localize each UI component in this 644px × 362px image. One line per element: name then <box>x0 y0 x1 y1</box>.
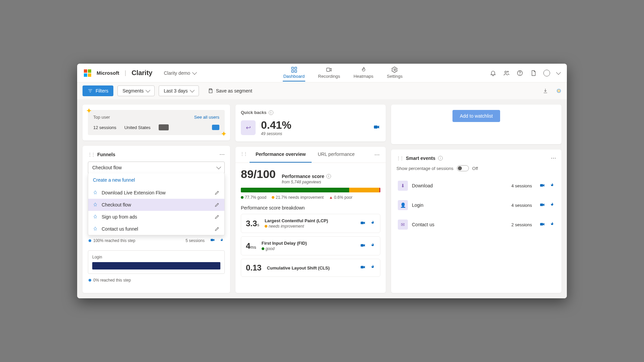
funnel-option[interactable]: Sign up from ads <box>88 211 224 223</box>
watchlist-card: Add to watchlist <box>391 105 561 144</box>
login-reached: 0% reached this step <box>93 278 131 283</box>
sparkle-icon: ✦ <box>86 107 92 115</box>
smart-event-row[interactable]: ⬇ Download 4 sessions <box>396 176 556 195</box>
bell-icon[interactable] <box>490 70 496 76</box>
drag-handle-icon[interactable]: ⋮⋮ <box>396 156 403 161</box>
smart-event-row[interactable]: ✉ Contact us 2 sessions <box>396 215 556 234</box>
svg-point-9 <box>520 74 520 74</box>
brand-ms: Microsoft <box>97 70 119 76</box>
step-reached: 100% reached this step <box>93 238 135 243</box>
svg-rect-15 <box>361 222 364 224</box>
percentage-toggle[interactable] <box>457 165 469 171</box>
svg-point-12 <box>558 90 559 92</box>
funnel-select[interactable]: Checkout flow <box>88 162 225 174</box>
see-all-users-link[interactable]: See all users <box>194 115 219 120</box>
device-icon <box>159 124 169 130</box>
pin-icon <box>93 215 98 219</box>
user-avatar[interactable] <box>543 70 550 76</box>
filters-button[interactable]: Filters <box>83 85 113 96</box>
drag-handle-icon[interactable]: ⋮⋮ <box>88 152 95 157</box>
smart-events-card: ⋮⋮ Smart events i ⋯ Show percentage of s… <box>391 149 561 293</box>
funnel-step-login: Login <box>88 250 225 274</box>
flame-icon[interactable] <box>370 264 375 272</box>
chevron-down-icon <box>192 70 197 74</box>
svg-point-11 <box>557 89 561 93</box>
camera-icon[interactable] <box>539 221 545 228</box>
svg-rect-13 <box>211 239 213 241</box>
camera-icon[interactable] <box>539 182 545 189</box>
document-icon[interactable] <box>530 70 537 76</box>
chevron-down-icon <box>216 165 221 169</box>
contact-icon: ✉ <box>398 220 408 230</box>
filter-bar: Filters Segments Last 3 days Save as seg… <box>77 82 567 99</box>
edit-icon[interactable] <box>214 190 220 195</box>
flame-icon[interactable] <box>549 182 555 189</box>
svg-rect-16 <box>361 244 364 247</box>
top-bar: Microsoft | Clarity Clarity demo Dashboa… <box>77 64 567 82</box>
svg-point-5 <box>394 69 395 71</box>
svg-rect-0 <box>291 67 293 69</box>
tab-recordings[interactable]: Recordings <box>317 64 341 81</box>
pin-icon <box>93 227 98 231</box>
more-icon[interactable]: ⋯ <box>219 151 225 158</box>
camera-icon[interactable] <box>360 242 366 250</box>
camera-icon[interactable] <box>210 237 215 244</box>
smart-event-row[interactable]: 👤 Login 4 sessions <box>396 195 556 215</box>
more-icon[interactable]: ⋯ <box>551 155 556 161</box>
top-user-title: Top user <box>93 115 110 120</box>
help-icon[interactable] <box>517 70 523 76</box>
flame-icon[interactable] <box>219 238 224 243</box>
flame-icon[interactable] <box>370 242 375 250</box>
performance-bar <box>241 188 380 192</box>
session-count: 12 sessions <box>93 125 116 130</box>
info-icon[interactable]: i <box>269 110 273 115</box>
info-icon[interactable]: i <box>326 174 331 179</box>
tab-settings[interactable]: Settings <box>386 64 403 81</box>
segments-dropdown[interactable]: Segments <box>117 85 155 96</box>
camera-icon[interactable] <box>360 220 366 227</box>
copilot-icon[interactable] <box>556 88 561 94</box>
svg-rect-10 <box>210 89 211 90</box>
chevron-down-icon[interactable] <box>556 70 561 74</box>
funnel-option-selected[interactable]: Checkout flow <box>88 199 224 211</box>
quick-backs-card: Quick backs i ↩ 0.41% 49 sessions <box>235 105 386 141</box>
quick-backs-title: Quick backs <box>241 110 267 115</box>
flame-icon[interactable] <box>549 221 555 228</box>
more-icon[interactable]: ⋯ <box>368 147 386 163</box>
funnel-option[interactable]: Download Live Extension Flow <box>88 187 224 199</box>
funnels-title: Funnels <box>97 152 115 157</box>
tab-performance-overview[interactable]: Performance overview <box>250 147 312 163</box>
camera-icon[interactable] <box>539 202 545 209</box>
smart-events-title: Smart events <box>406 156 435 161</box>
pin-icon <box>93 190 98 195</box>
people-icon[interactable] <box>503 70 510 76</box>
svg-rect-3 <box>294 70 297 72</box>
camera-icon[interactable] <box>373 123 380 132</box>
metric-fid: 4ms First Input Delay (FID) good <box>241 236 380 255</box>
funnel-option[interactable]: Contact us funnel <box>88 223 224 235</box>
info-icon[interactable]: i <box>438 156 443 161</box>
svg-point-7 <box>507 71 508 72</box>
download-icon[interactable] <box>543 88 548 94</box>
camera-icon[interactable] <box>360 264 366 272</box>
edit-icon[interactable] <box>214 226 220 232</box>
save-segment-button[interactable]: Save as segment <box>203 85 257 96</box>
create-funnel-link[interactable]: Create a new funnel <box>88 173 224 187</box>
svg-rect-19 <box>540 203 543 206</box>
tab-dashboard[interactable]: Dashboard <box>283 64 306 81</box>
tab-url-performance[interactable]: URL performance <box>312 147 361 163</box>
metric-cls: 0.13 Cumulative Layout Shift (CLS) <box>241 259 380 277</box>
date-range-dropdown[interactable]: Last 3 days <box>159 85 199 96</box>
project-dropdown[interactable]: Clarity demo <box>164 70 196 76</box>
breakdown-heading: Performance score breakdown <box>241 205 380 210</box>
tab-heatmaps[interactable]: Heatmaps <box>353 64 374 81</box>
funnels-card: ⋮⋮ Funnels ⋯ Checkout flow Create a new … <box>83 146 230 293</box>
drag-handle-icon[interactable]: ⋮⋮ <box>235 147 250 163</box>
flame-icon[interactable] <box>370 220 375 227</box>
edit-icon[interactable] <box>214 202 220 207</box>
flame-icon[interactable] <box>549 202 555 209</box>
edit-icon[interactable] <box>214 214 220 220</box>
add-to-watchlist-button[interactable]: Add to watchlist <box>452 110 500 122</box>
svg-rect-4 <box>327 68 330 71</box>
id-badge-icon <box>212 125 219 130</box>
